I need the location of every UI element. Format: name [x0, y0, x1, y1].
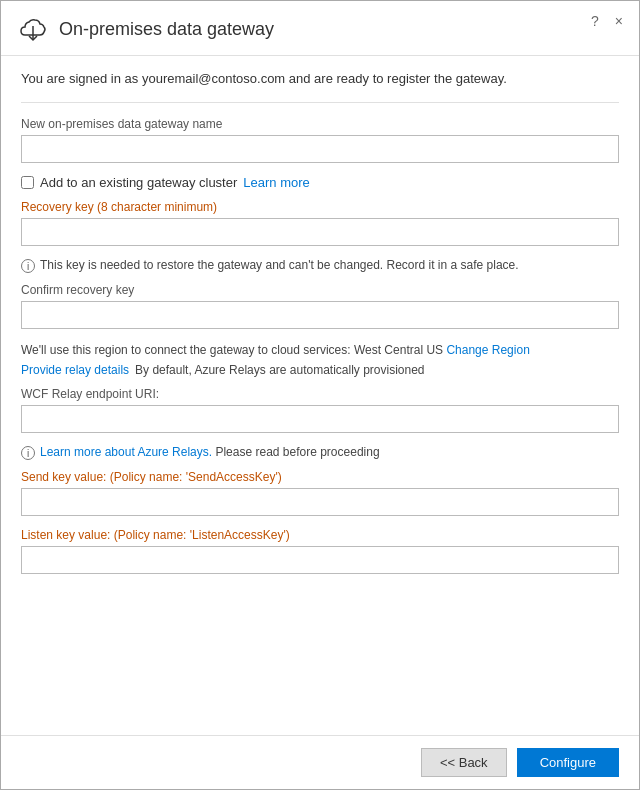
- confirm-recovery-input[interactable]: [21, 301, 619, 329]
- recovery-key-label: Recovery key (8 character minimum): [21, 200, 619, 214]
- recovery-key-info-row: i This key is needed to restore the gate…: [21, 258, 619, 273]
- confirm-recovery-label: Confirm recovery key: [21, 283, 619, 297]
- relay-default-text: By default, Azure Relays are automatical…: [135, 363, 424, 377]
- listen-key-section: Listen key value: (Policy name: 'ListenA…: [21, 528, 619, 574]
- window-controls: ? ×: [587, 11, 627, 31]
- back-button[interactable]: << Back: [421, 748, 507, 777]
- azure-relays-info-icon: i: [21, 446, 35, 460]
- recovery-key-input[interactable]: [21, 218, 619, 246]
- change-region-link[interactable]: Change Region: [446, 343, 529, 357]
- configure-button[interactable]: Configure: [517, 748, 619, 777]
- main-window: On-premises data gateway ? × You are sig…: [0, 0, 640, 790]
- gateway-name-input[interactable]: [21, 135, 619, 163]
- window-title: On-premises data gateway: [59, 19, 623, 40]
- close-button[interactable]: ×: [611, 11, 627, 31]
- region-text: We'll use this region to connect the gat…: [21, 343, 443, 357]
- learn-azure-relays-suffix: Please read before proceeding: [215, 445, 379, 459]
- content-area: You are signed in as youremail@contoso.c…: [1, 56, 639, 735]
- recovery-key-info-text: This key is needed to restore the gatewa…: [40, 258, 519, 272]
- wcf-relay-section: WCF Relay endpoint URI:: [21, 387, 619, 433]
- add-to-cluster-checkbox[interactable]: [21, 176, 34, 189]
- azure-relays-learn-more: Learn more about Azure Relays. Please re…: [40, 445, 380, 459]
- info-icon: i: [21, 259, 35, 273]
- divider: [21, 102, 619, 103]
- subtitle-text: You are signed in as youremail@contoso.c…: [21, 70, 619, 88]
- gateway-name-label: New on-premises data gateway name: [21, 117, 619, 131]
- learn-more-link[interactable]: Learn more: [243, 175, 309, 190]
- wcf-relay-input[interactable]: [21, 405, 619, 433]
- provide-relay-link[interactable]: Provide relay details: [21, 363, 129, 377]
- add-to-cluster-row: Add to an existing gateway cluster Learn…: [21, 175, 619, 190]
- listen-key-input[interactable]: [21, 546, 619, 574]
- recovery-key-section: Recovery key (8 character minimum): [21, 200, 619, 246]
- send-key-input[interactable]: [21, 488, 619, 516]
- azure-relays-info-row: i Learn more about Azure Relays. Please …: [21, 445, 619, 460]
- confirm-recovery-section: Confirm recovery key: [21, 283, 619, 329]
- provide-relay-row: Provide relay details By default, Azure …: [21, 363, 619, 377]
- gateway-icon: [17, 13, 49, 45]
- send-key-label: Send key value: (Policy name: 'SendAcces…: [21, 470, 619, 484]
- region-section: We'll use this region to connect the gat…: [21, 341, 619, 359]
- gateway-name-section: New on-premises data gateway name: [21, 117, 619, 163]
- add-to-cluster-label: Add to an existing gateway cluster: [40, 175, 237, 190]
- listen-key-label: Listen key value: (Policy name: 'ListenA…: [21, 528, 619, 542]
- wcf-relay-label: WCF Relay endpoint URI:: [21, 387, 619, 401]
- footer: << Back Configure: [1, 735, 639, 789]
- learn-azure-relays-link[interactable]: Learn more about Azure Relays.: [40, 445, 212, 459]
- title-bar: On-premises data gateway ? ×: [1, 1, 639, 56]
- send-key-section: Send key value: (Policy name: 'SendAcces…: [21, 470, 619, 516]
- help-button[interactable]: ?: [587, 11, 603, 31]
